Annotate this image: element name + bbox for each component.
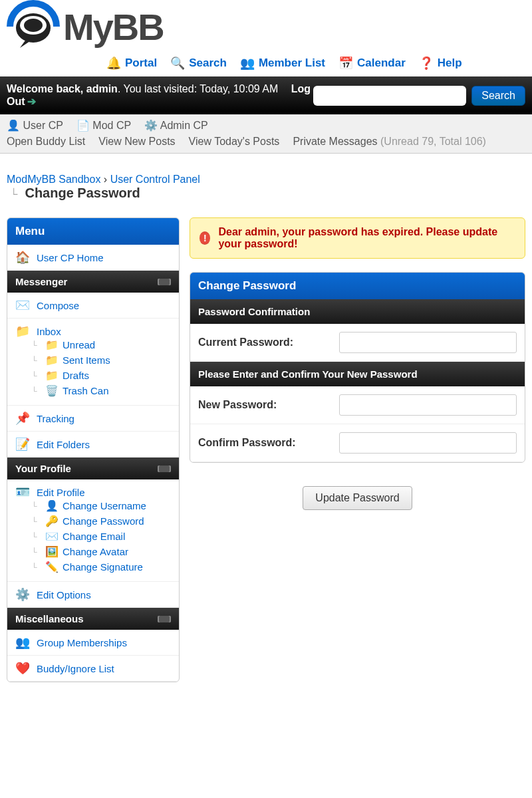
envelope-icon: ✉️ <box>15 299 30 311</box>
members-icon: 👥 <box>240 57 255 69</box>
new-password-row: New Password: <box>190 386 525 424</box>
id-card-icon: 🪪 <box>15 486 30 498</box>
sidebar-item-sent[interactable]: └📁Sent Items <box>23 352 171 368</box>
edit-folders-label: Edit Folders <box>37 439 90 450</box>
subnav-user-cp[interactable]: 👤 User CP <box>7 120 63 132</box>
messenger-title: Messenger <box>15 276 67 287</box>
pin-icon: 📌 <box>15 412 30 424</box>
subnav-pm[interactable]: Private Messages <box>293 136 377 147</box>
subnav-admin-cp[interactable]: ⚙️ Admin CP <box>144 120 208 132</box>
sidebar-item-change-username[interactable]: └👤Change Username <box>23 498 171 513</box>
key-icon: 🔑 <box>45 516 59 527</box>
pencil-icon: ✏️ <box>45 562 59 573</box>
subnav-user-cp-label: User CP <box>23 120 63 131</box>
logo-area: MyBB <box>0 0 532 53</box>
alert-text: Dear admin, your password has expired. P… <box>218 226 515 250</box>
current-password-row: Current Password: <box>190 324 525 362</box>
arrow-right-icon: ➔ <box>27 96 36 107</box>
new-password-input[interactable] <box>339 394 517 416</box>
subnav-pm-count: (Unread 79, Total 106) <box>380 136 486 147</box>
sidebar-item-group-memberships[interactable]: 👥 Group Memberships <box>7 630 179 656</box>
nav-calendar-label: Calendar <box>357 57 406 70</box>
update-password-button[interactable]: Update Password <box>303 486 412 510</box>
folder-icon: 📁 <box>45 340 59 350</box>
sidebar-item-drafts[interactable]: └📁Drafts <box>23 368 171 383</box>
sidebar-item-edit-profile[interactable]: Edit Profile <box>37 487 85 498</box>
confirm-password-input[interactable] <box>339 432 517 454</box>
sidebar-item-change-avatar[interactable]: └🖼️Change Avatar <box>23 544 171 559</box>
breadcrumb-root[interactable]: ModMyBB Sandbox <box>7 174 100 185</box>
search-button[interactable]: Search <box>471 86 525 106</box>
subnav-buddy-list[interactable]: Open Buddy List <box>7 136 85 148</box>
change-avatar-label: Change Avatar <box>63 546 128 557</box>
profile-header[interactable]: Your Profile <box>7 458 179 479</box>
sidebar-item-edit-folders[interactable]: 📝 Edit Folders <box>7 432 179 458</box>
breadcrumb: ModMyBB Sandbox › User Control Panel └ C… <box>0 154 532 207</box>
nav-member-list-label: Member List <box>259 57 325 70</box>
nav-search-label: Search <box>189 57 227 70</box>
section-password-confirmation: Password Confirmation <box>190 299 525 324</box>
compose-label: Compose <box>37 300 79 311</box>
nav-calendar[interactable]: 📅Calendar <box>338 57 406 70</box>
sidebar-item-compose[interactable]: ✉️ Compose <box>7 293 179 319</box>
header-search: Search <box>313 86 525 106</box>
usercp-home-label: User CP Home <box>37 252 104 263</box>
sidebar-item-usercp-home[interactable]: 🏠 User CP Home <box>7 245 179 271</box>
sidebar: Menu 🏠 User CP Home Messenger ✉️ Compose… <box>7 217 180 692</box>
welcome-text: Welcome back, admin. You last visited: T… <box>7 83 313 108</box>
breadcrumb-current: Change Password <box>25 186 140 200</box>
folder-icon: 📁 <box>15 325 30 337</box>
subnav-view-new[interactable]: View New Posts <box>98 136 175 148</box>
logo-icon <box>7 0 60 53</box>
sidebar-item-change-password[interactable]: └🔑Change Password <box>23 513 171 529</box>
misc-title: Miscellaneous <box>15 613 84 624</box>
misc-header[interactable]: Miscellaneous <box>7 608 179 630</box>
user-icon: 👤 <box>7 120 20 131</box>
change-password-label: Change Password <box>63 515 144 527</box>
breadcrumb-ucp[interactable]: User Control Panel <box>110 174 200 185</box>
current-password-input[interactable] <box>339 332 517 353</box>
sidebar-item-trash[interactable]: └🗑️Trash Can <box>23 383 171 398</box>
site-logo[interactable]: MyBB <box>7 0 525 53</box>
change-password-panel: Change Password Password Confirmation Cu… <box>190 272 525 463</box>
sub-nav: 👤 User CP 📄 Mod CP ⚙️ Admin CP Open Budd… <box>0 114 532 154</box>
welcome-last-visit: . You last visited: Today, 10:09 AM <box>118 83 278 94</box>
sidebar-item-buddy-ignore[interactable]: ❤️ Buddy/Ignore List <box>7 656 179 682</box>
welcome-bar: Welcome back, admin. You last visited: T… <box>0 76 532 114</box>
tree-mark: └ <box>10 188 22 200</box>
sidebar-item-edit-options[interactable]: ⚙️ Edit Options <box>7 582 179 608</box>
tracking-label: Tracking <box>37 413 74 424</box>
nav-portal[interactable]: 🔔Portal <box>106 57 157 70</box>
gear-icon: ⚙️ <box>15 589 30 600</box>
subnav-mod-cp-label: Mod CP <box>92 120 131 131</box>
sidebar-item-inbox-group: 📁 Inbox └📁Unread └📁Sent Items └📁Drafts └… <box>7 319 179 406</box>
collapse-icon[interactable] <box>158 466 171 472</box>
sidebar-item-inbox[interactable]: Inbox <box>37 326 61 337</box>
calendar-icon: 📅 <box>338 57 353 69</box>
search-input[interactable] <box>313 86 466 106</box>
sidebar-item-tracking[interactable]: 📌 Tracking <box>7 406 179 432</box>
messenger-header[interactable]: Messenger <box>7 271 179 293</box>
nav-search[interactable]: 🔍Search <box>170 57 227 70</box>
bell-icon: 🔔 <box>106 57 121 69</box>
collapse-icon[interactable] <box>158 279 171 285</box>
change-signature-label: Change Signature <box>63 561 143 573</box>
subnav-mod-cp[interactable]: 📄 Mod CP <box>76 120 131 132</box>
group-memberships-label: Group Memberships <box>37 637 127 648</box>
nav-member-list[interactable]: 👥Member List <box>240 57 325 70</box>
image-icon: 🖼️ <box>45 547 59 557</box>
collapse-icon[interactable] <box>158 616 171 622</box>
buddy-ignore-label: Buddy/Ignore List <box>37 663 114 674</box>
panel-title: Change Password <box>190 273 525 299</box>
alert-icon: ! <box>200 231 210 245</box>
sidebar-item-change-signature[interactable]: └✏️Change Signature <box>23 559 171 575</box>
sidebar-item-unread[interactable]: └📁Unread <box>23 337 171 352</box>
sidebar-item-change-email[interactable]: └✉️Change Email <box>23 529 171 544</box>
confirm-password-label: Confirm Password: <box>198 437 331 449</box>
edit-options-label: Edit Options <box>37 589 91 600</box>
nav-help[interactable]: ❓Help <box>419 57 462 70</box>
envelope-icon: ✉️ <box>45 531 59 542</box>
trash-label: Trash Can <box>63 385 108 396</box>
menu-header: Menu <box>7 218 179 245</box>
subnav-view-today[interactable]: View Today's Posts <box>189 136 280 148</box>
